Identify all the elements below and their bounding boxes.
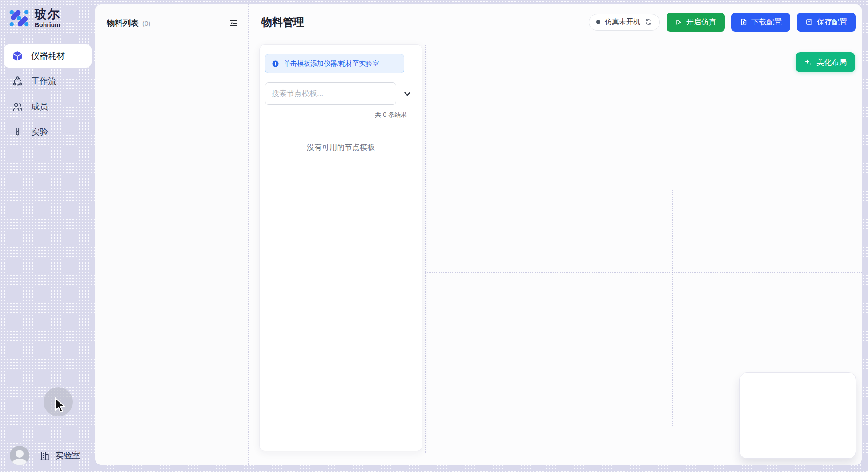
- file-download-icon: [740, 18, 747, 26]
- guide-line-vertical: [672, 190, 673, 426]
- chevron-down-icon[interactable]: [402, 89, 412, 99]
- lab-entry-label: 实验室: [55, 450, 80, 461]
- status-dot-icon: [596, 20, 600, 24]
- sidebar-item-label: 工作流: [31, 76, 56, 87]
- user-avatar[interactable]: [10, 446, 29, 465]
- bohrium-logo-icon: [8, 7, 30, 29]
- refresh-icon[interactable]: [645, 18, 652, 26]
- download-config-button[interactable]: 下载配置: [731, 13, 790, 32]
- sidebar-item-label: 仪器耗材: [31, 50, 65, 62]
- results-count: 共 0 条结果: [265, 111, 407, 119]
- materials-panel: 物料列表 (0): [95, 4, 249, 465]
- save-icon: [805, 18, 813, 26]
- brand-name-cn: 玻尔: [35, 8, 60, 20]
- search-template-input[interactable]: [265, 82, 396, 105]
- sidebar-menu: 仪器耗材 工作流 成员: [0, 44, 95, 144]
- building-icon: [39, 450, 51, 461]
- flow-canvas[interactable]: 单击模板添加仪器/耗材至实验室 共 0 条结果 没有可用的节点模板: [249, 40, 862, 465]
- sparkles-icon: [804, 58, 812, 67]
- sim-status-text: 仿真未开机: [605, 17, 640, 27]
- start-simulation-button[interactable]: 开启仿真: [667, 13, 725, 32]
- workflow-icon: [12, 76, 23, 87]
- cube-icon: [12, 50, 23, 62]
- guide-line-vertical: [425, 44, 426, 453]
- main-shell: 物料列表 (0) 物料管理 仿真未开机: [95, 4, 862, 465]
- info-icon: [272, 60, 279, 68]
- mouse-cursor: [52, 397, 68, 415]
- tip-banner: 单击模板添加仪器/耗材至实验室: [265, 54, 404, 73]
- save-config-button[interactable]: 保存配置: [797, 13, 856, 32]
- main-column: 物料管理 仿真未开机 开启仿真: [249, 4, 862, 465]
- brand-name-en: Bohrium: [35, 22, 60, 28]
- lab-entry[interactable]: 实验室: [39, 450, 80, 461]
- beautify-layout-button[interactable]: 美化布局: [796, 52, 855, 72]
- materials-count: (0): [142, 20, 150, 27]
- guide-line-horizontal: [425, 272, 862, 273]
- sidebar-item-label: 成员: [31, 101, 48, 112]
- sidebar-item-members[interactable]: 成员: [4, 95, 92, 118]
- node-template-panel: 单击模板添加仪器/耗材至实验室 共 0 条结果 没有可用的节点模板: [259, 44, 422, 451]
- collapse-panel-icon[interactable]: [229, 18, 238, 28]
- test-tube-icon: [12, 126, 23, 138]
- sidebar-item-workflow[interactable]: 工作流: [4, 70, 92, 93]
- members-icon: [12, 101, 23, 112]
- page-header: 物料管理 仿真未开机 开启仿真: [249, 4, 862, 40]
- sidebar: 玻尔 Bohrium 仪器耗材: [0, 0, 95, 472]
- sidebar-item-label: 实验: [31, 126, 48, 138]
- sidebar-footer: 实验室: [0, 439, 95, 472]
- brand-logo: 玻尔 Bohrium: [0, 0, 95, 29]
- materials-panel-title: 物料列表: [107, 18, 139, 28]
- tip-banner-text: 单击模板添加仪器/耗材至实验室: [284, 60, 379, 68]
- page-title: 物料管理: [261, 15, 304, 29]
- sim-status-pill: 仿真未开机: [589, 14, 660, 31]
- empty-template-text: 没有可用的节点模板: [265, 142, 417, 152]
- play-icon: [675, 19, 682, 26]
- minimap[interactable]: [739, 372, 856, 459]
- sidebar-item-experiments[interactable]: 实验: [4, 120, 92, 144]
- sidebar-item-instruments[interactable]: 仪器耗材: [4, 44, 92, 68]
